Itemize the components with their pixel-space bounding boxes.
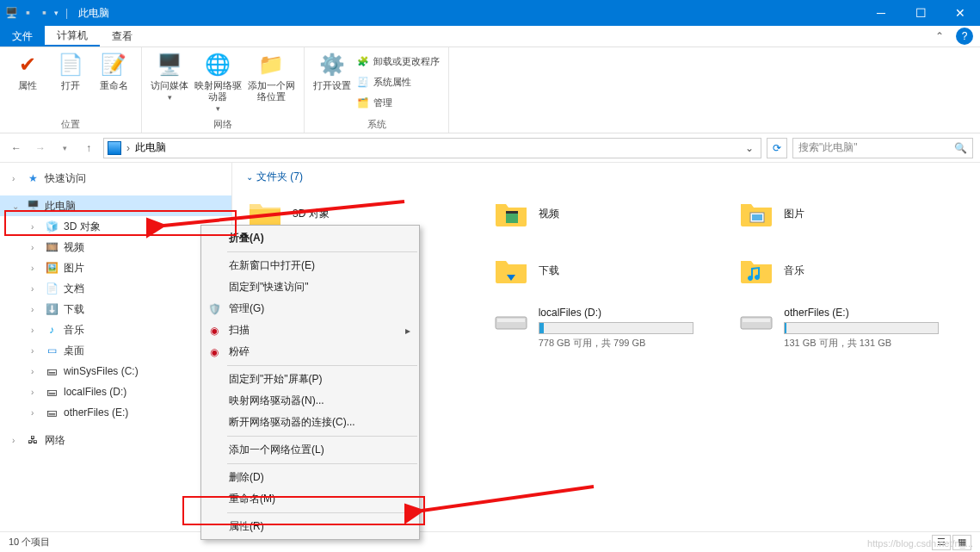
- rename-button[interactable]: 📝 重命名: [95, 51, 133, 91]
- tree-drive-e[interactable]: ›🖴otherFiles (E:): [0, 402, 231, 423]
- tree-network[interactable]: ›🖧网络: [0, 430, 231, 450]
- rename-icon: 📝: [100, 51, 127, 78]
- manage-button[interactable]: 🗂️ 管理: [356, 94, 440, 111]
- ctx-collapse[interactable]: 折叠(A): [201, 227, 419, 249]
- folder-icon: [492, 195, 530, 233]
- minimize-button[interactable]: ─: [861, 0, 901, 26]
- watermark: https://blog.csdn.net/n_...: [867, 538, 973, 549]
- folder-music[interactable]: 音乐: [737, 246, 966, 295]
- manage-icon: 🗂️: [356, 96, 370, 109]
- recent-dropdown[interactable]: ▾: [55, 139, 74, 158]
- maximize-button[interactable]: ☐: [901, 0, 940, 26]
- tree-dl-label: 下载: [64, 302, 84, 317]
- tree-downloads[interactable]: ›⬇️下载: [0, 299, 231, 319]
- tree-documents[interactable]: ›📄文档: [0, 278, 231, 299]
- ctx-disconnect[interactable]: 断开网络驱动器的连接(C)...: [201, 412, 419, 433]
- ctx-map-drive-label: 映射网络驱动器(N)...: [229, 394, 324, 408]
- ctx-manage[interactable]: 🛡️管理(G): [201, 298, 419, 319]
- ribbon: ✔ 属性 📄 打开 📝 重命名 位置 🖥️ 访问媒体 ▾ 🌐 映射网络驱动器: [0, 47, 980, 133]
- add-location-icon: 📁: [257, 51, 285, 78]
- tree-videos[interactable]: ›🎞️视频: [0, 237, 231, 257]
- tree-music[interactable]: ›♪音乐: [0, 319, 231, 340]
- ctx-properties[interactable]: 属性(R): [201, 516, 419, 537]
- ctx-rename[interactable]: 重命名(M): [201, 488, 419, 510]
- document-icon: 📄: [45, 282, 59, 295]
- ctx-add-location[interactable]: 添加一个网络位置(L): [201, 439, 419, 461]
- ctx-delete[interactable]: 删除(D): [201, 467, 419, 488]
- search-input[interactable]: 搜索"此电脑" 🔍: [792, 138, 973, 158]
- quick-access-toolbar: 🖥️ ▫️ ▫️ ▾ |: [0, 7, 71, 19]
- download-icon: ⬇️: [45, 302, 59, 316]
- back-button[interactable]: ←: [7, 139, 26, 158]
- monitor-icon: 🖥️: [5, 7, 18, 19]
- page-icon: ▫️: [38, 7, 51, 19]
- folder-icon: [737, 251, 775, 289]
- tree-pic-label: 图片: [64, 261, 84, 276]
- map-drive-icon: 🌐: [204, 51, 231, 78]
- folder-icon: [737, 195, 775, 233]
- open-icon: 📄: [57, 51, 84, 78]
- tree-desktop-label: 桌面: [64, 344, 84, 358]
- close-button[interactable]: ✕: [940, 0, 980, 26]
- breadcrumb[interactable]: 此电脑: [135, 140, 166, 155]
- ctx-map-drive[interactable]: 映射网络驱动器(N)...: [201, 390, 419, 412]
- 3d-icon: 🧊: [45, 220, 59, 233]
- add-location-button[interactable]: 📁 添加一个网络位置: [247, 51, 295, 102]
- svg-rect-5: [497, 319, 525, 322]
- tree-3d[interactable]: ›🧊3D 对象: [0, 216, 231, 237]
- ribbon-tabs: 文件 计算机 查看 ⌃ ?: [0, 26, 980, 47]
- tree-quick-access[interactable]: ›★ 快速访问: [0, 168, 231, 189]
- ribbon-group-location: ✔ 属性 📄 打开 📝 重命名 位置: [0, 47, 142, 133]
- map-drive-button[interactable]: 🌐 映射网络驱动器 ▾: [194, 51, 242, 114]
- tree-music-label: 音乐: [64, 323, 84, 338]
- sysprops-button[interactable]: 🧾 系统属性: [356, 73, 440, 90]
- network-icon: 🖧: [26, 433, 40, 447]
- folder-downloads-label: 下载: [539, 264, 559, 278]
- ctx-shred[interactable]: ◉粉碎: [201, 341, 419, 363]
- tree-pictures[interactable]: ›🖼️图片: [0, 257, 231, 278]
- folder-pictures[interactable]: 图片: [737, 189, 966, 238]
- shield-icon: 🛡️: [206, 301, 222, 317]
- ctx-pin-quick-label: 固定到"快速访问": [229, 280, 309, 295]
- open-settings-button[interactable]: ⚙️ 打开设置: [313, 51, 351, 91]
- ribbon-group-network: 🖥️ 访问媒体 ▾ 🌐 映射网络驱动器 ▾ 📁 添加一个网络位置 网络: [142, 47, 305, 133]
- qat-dropdown-icon[interactable]: ▾: [54, 9, 59, 17]
- refresh-button[interactable]: ⟳: [767, 138, 787, 158]
- tree-c-label: winSysFiles (C:): [64, 365, 139, 377]
- tree-desktop[interactable]: ›▭桌面: [0, 340, 231, 361]
- tree-drive-d[interactable]: ›🖴localFiles (D:): [0, 381, 231, 402]
- help-icon[interactable]: ?: [956, 28, 973, 45]
- ctx-pin-start[interactable]: 固定到"开始"屏幕(P): [201, 369, 419, 390]
- tree-drive-c[interactable]: ›🖴winSysFiles (C:): [0, 361, 231, 381]
- up-button[interactable]: ↑: [79, 139, 98, 158]
- collapse-ribbon-icon[interactable]: ⌃: [928, 26, 951, 47]
- folder-videos[interactable]: 视频: [492, 189, 721, 238]
- properties-button[interactable]: ✔ 属性: [9, 51, 46, 91]
- ctx-open-new-window[interactable]: 在新窗口中打开(E): [201, 255, 419, 276]
- tab-computer[interactable]: 计算机: [45, 26, 100, 47]
- folders-section-header[interactable]: ⌄ 文件夹 (7): [246, 170, 966, 184]
- ctx-shred-label: 粉碎: [229, 344, 250, 359]
- tab-view[interactable]: 查看: [100, 26, 145, 47]
- folder-downloads[interactable]: 下载: [492, 246, 721, 295]
- window-title: 此电脑: [71, 6, 109, 21]
- access-media-button[interactable]: 🖥️ 访问媒体 ▾: [151, 51, 188, 102]
- ctx-scan[interactable]: ◉扫描▸: [201, 319, 419, 341]
- ctx-pin-quick[interactable]: 固定到"快速访问": [201, 276, 419, 298]
- ribbon-group-system: ⚙️ 打开设置 🧩 卸载或更改程序 🧾 系统属性 🗂️ 管理 系统: [305, 47, 449, 133]
- properties-label: 属性: [18, 80, 37, 91]
- drive-e[interactable]: otherFiles (E:) 131 GB 可用，共 131 GB: [737, 307, 966, 350]
- tree-this-pc[interactable]: ⌄🖥️ 此电脑: [0, 195, 231, 216]
- open-button[interactable]: 📄 打开: [52, 51, 89, 91]
- tab-file[interactable]: 文件: [0, 26, 45, 47]
- forward-button[interactable]: →: [31, 139, 50, 158]
- computer-icon: [108, 141, 121, 155]
- svg-rect-7: [743, 319, 770, 322]
- svg-rect-1: [506, 211, 518, 214]
- drive-d[interactable]: localFiles (D:) 778 GB 可用，共 799 GB: [492, 307, 721, 350]
- ctx-scan-label: 扫描: [229, 323, 250, 338]
- settings-icon: ⚙️: [318, 51, 346, 78]
- uninstall-button[interactable]: 🧩 卸载或更改程序: [356, 53, 440, 70]
- address-bar[interactable]: › 此电脑 ⌄: [103, 138, 761, 158]
- address-dropdown-icon[interactable]: ⌄: [742, 142, 757, 154]
